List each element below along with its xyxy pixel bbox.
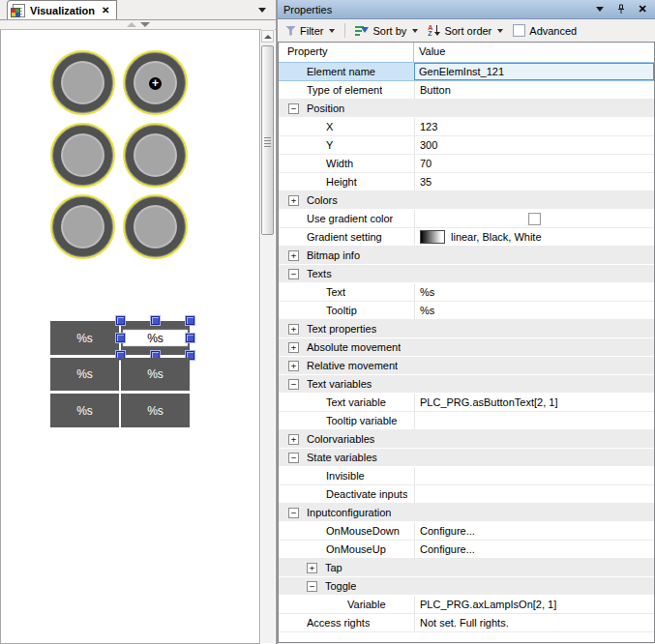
property-value-cell[interactable]: linear, Black, White	[414, 228, 654, 246]
property-row[interactable]: Type of elementButton	[279, 81, 654, 100]
selection-handle[interactable]	[186, 316, 194, 325]
window-position-menu-button[interactable]	[593, 3, 607, 16]
button-element[interactable]: %s	[50, 394, 119, 427]
property-group-row[interactable]: +Absolute movement	[279, 338, 654, 357]
property-value-cell[interactable]: 123	[414, 118, 654, 135]
canvas-vertical-scrollbar[interactable]	[261, 29, 275, 643]
lamp-element[interactable]	[50, 50, 115, 115]
expand-collapse-icon[interactable]: +	[288, 195, 299, 206]
crosshair-cursor-icon: +	[149, 77, 162, 90]
property-value-cell[interactable]	[414, 210, 654, 227]
lamp-element[interactable]	[123, 194, 188, 259]
button-label: %s	[147, 332, 164, 345]
property-row[interactable]: OnMouseDownConfigure...	[279, 522, 654, 541]
property-value-cell[interactable]	[414, 412, 654, 429]
property-row[interactable]: Text variablePLC_PRG.asButtonText[2, 1]	[279, 394, 654, 412]
button-element-selected[interactable]: %s	[121, 321, 190, 355]
lamp-element[interactable]	[50, 194, 115, 259]
property-row[interactable]: Height35	[279, 173, 654, 191]
expand-collapse-icon[interactable]: +	[288, 434, 299, 445]
filter-button[interactable]: Filter	[283, 23, 338, 39]
sort-by-button[interactable]: Sort by	[352, 23, 421, 39]
scroll-up-button[interactable]	[261, 30, 274, 43]
property-value-cell[interactable]: Configure...	[414, 522, 654, 540]
property-value-cell[interactable]: 300	[414, 136, 654, 154]
advanced-checkbox[interactable]	[513, 24, 525, 37]
property-group-row[interactable]: +Text properties	[279, 320, 654, 338]
property-row[interactable]: Use gradient color	[279, 210, 654, 228]
expand-collapse-icon[interactable]: +	[288, 250, 299, 261]
property-row[interactable]: VariablePLC_PRG.axLampIsOn[2, 1]	[279, 596, 654, 614]
expand-collapse-icon[interactable]: −	[288, 379, 299, 390]
expand-collapse-icon[interactable]: +	[307, 563, 317, 573]
property-row[interactable]: Tooltip%s	[279, 302, 654, 320]
expand-collapse-icon[interactable]: −	[288, 269, 299, 279]
property-group-row[interactable]: +Tap	[279, 559, 654, 577]
property-value-cell[interactable]: 70	[414, 155, 654, 172]
property-row[interactable]: Element nameGenElemInst_121	[279, 62, 654, 81]
property-row[interactable]: OnMouseUpConfigure...	[279, 541, 654, 559]
property-value-cell[interactable]: Button	[414, 81, 654, 99]
property-row[interactable]: X123	[279, 118, 654, 136]
selection-handle[interactable]	[186, 334, 194, 342]
selection-handle[interactable]	[116, 316, 125, 325]
column-header-value[interactable]: Value	[414, 43, 654, 62]
lamp-element[interactable]	[123, 123, 188, 188]
expand-collapse-icon[interactable]: +	[288, 324, 299, 335]
expand-collapse-icon[interactable]: +	[288, 361, 299, 371]
property-value-cell[interactable]: %s	[414, 283, 654, 301]
property-group-row[interactable]: −Position	[279, 100, 654, 118]
selection-handle[interactable]	[151, 316, 160, 325]
sort-order-button[interactable]: AZ Sort order	[425, 22, 506, 39]
property-group-row[interactable]: −Texts	[279, 265, 654, 283]
property-value-cell[interactable]: GenElemInst_121	[414, 63, 654, 80]
visualization-canvas[interactable]: +%s%s%s%s%s%s	[0, 29, 260, 644]
property-row[interactable]: Tooltip variable	[279, 412, 654, 430]
button-face[interactable]: %s	[122, 329, 189, 347]
expand-collapse-icon[interactable]: −	[307, 581, 317, 592]
property-value-cell[interactable]	[414, 485, 654, 503]
auto-hide-pin-button[interactable]	[614, 3, 628, 16]
property-value-cell[interactable]: Configure...	[414, 541, 654, 558]
button-element[interactable]: %s	[121, 358, 190, 391]
tab-list-dropdown-icon[interactable]	[258, 8, 266, 13]
tab-visualization[interactable]: Visualization ✕	[7, 0, 117, 19]
property-group-row[interactable]: −Text variables	[279, 375, 654, 394]
property-row[interactable]: Width70	[279, 155, 654, 173]
expand-collapse-icon[interactable]: −	[288, 103, 299, 114]
property-group-row[interactable]: +Relative movement	[279, 357, 654, 375]
property-label: Access rights	[307, 617, 370, 629]
property-group-row[interactable]: −Toggle	[279, 577, 654, 596]
button-element[interactable]: %s	[50, 358, 119, 391]
selection-handle[interactable]	[116, 334, 125, 342]
property-row[interactable]: Gradient settinglinear, Black, White	[279, 228, 654, 247]
property-value-cell[interactable]: PLC_PRG.asButtonText[2, 1]	[414, 394, 654, 411]
property-row[interactable]: Text%s	[279, 283, 654, 302]
close-panel-button[interactable]: ✕	[636, 3, 649, 16]
property-group-row[interactable]: +Bitmap info	[279, 247, 654, 265]
button-element[interactable]: %s	[50, 321, 119, 355]
property-value-cell[interactable]: %s	[414, 302, 654, 319]
property-value-cell[interactable]: Not set. Full rights.	[414, 614, 654, 631]
property-group-row[interactable]: −State variables	[279, 449, 654, 467]
expand-collapse-icon[interactable]: −	[288, 453, 299, 463]
property-row[interactable]: Invisible	[279, 467, 654, 485]
property-value-cell[interactable]	[414, 467, 654, 484]
column-header-property[interactable]: Property	[279, 43, 414, 62]
scrollbar-thumb[interactable]	[261, 45, 274, 235]
tab-close-icon[interactable]: ✕	[102, 6, 109, 15]
value-checkbox[interactable]	[528, 213, 541, 225]
button-element[interactable]: %s	[121, 394, 190, 427]
property-row[interactable]: Y300	[279, 136, 654, 155]
property-group-row[interactable]: +Colors	[279, 191, 654, 210]
expand-collapse-icon[interactable]: +	[288, 342, 299, 353]
expand-collapse-icon[interactable]: −	[288, 508, 299, 518]
property-value-cell[interactable]: PLC_PRG.axLampIsOn[2, 1]	[414, 596, 654, 613]
advanced-toggle[interactable]: Advanced	[510, 22, 580, 39]
property-group-row[interactable]: −Inputconfiguration	[279, 504, 654, 522]
lamp-element[interactable]	[50, 123, 115, 188]
property-value-cell[interactable]: 35	[414, 173, 654, 190]
property-row[interactable]: Deactivate inputs	[279, 485, 654, 504]
property-group-row[interactable]: +Colorvariables	[279, 430, 654, 449]
property-row[interactable]: Access rightsNot set. Full rights.	[279, 614, 654, 632]
